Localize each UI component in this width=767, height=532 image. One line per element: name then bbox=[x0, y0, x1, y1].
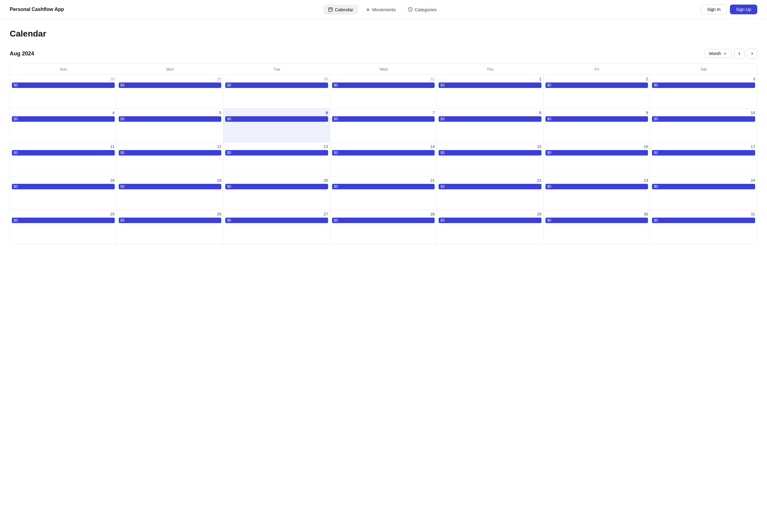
day-number: 25 bbox=[12, 212, 115, 216]
day-number: 21 bbox=[332, 178, 435, 183]
calendar-day[interactable]: 1$0 bbox=[437, 75, 544, 108]
calendar-day[interactable]: 15$0 bbox=[437, 142, 544, 176]
chevron-right-icon bbox=[750, 51, 754, 56]
calendar-day[interactable]: 13$0 bbox=[223, 142, 330, 176]
day-number: 8 bbox=[439, 110, 541, 115]
nav-movements-label: Movements bbox=[372, 7, 396, 12]
event-bar[interactable]: $0 bbox=[652, 82, 755, 88]
day-number: 11 bbox=[12, 144, 115, 149]
event-bar[interactable]: $0 bbox=[545, 150, 648, 156]
event-bar[interactable]: $0 bbox=[225, 184, 328, 189]
event-bar[interactable]: $0 bbox=[439, 116, 541, 122]
event-bar[interactable]: $0 bbox=[439, 218, 541, 223]
view-selector[interactable]: Month bbox=[705, 49, 732, 58]
event-bar[interactable]: $0 bbox=[225, 82, 328, 88]
calendar-day[interactable]: 28$0 bbox=[10, 75, 117, 108]
calendar-nav-right: Month bbox=[705, 48, 757, 59]
calendar-day[interactable]: 29$0 bbox=[117, 75, 224, 108]
calendar-day[interactable]: 26$0 bbox=[117, 210, 224, 243]
calendar-day[interactable]: 11$0 bbox=[10, 142, 117, 176]
calendar-day[interactable]: 6$0 bbox=[223, 109, 330, 142]
event-bar[interactable]: $0 bbox=[545, 116, 648, 122]
day-header-fri: Fri bbox=[544, 64, 650, 75]
event-bar[interactable]: $0 bbox=[545, 82, 648, 88]
signin-button[interactable]: Sign In bbox=[701, 4, 727, 15]
event-bar[interactable]: $0 bbox=[119, 150, 222, 156]
calendar-day[interactable]: 27$0 bbox=[223, 210, 330, 243]
calendar-day[interactable]: 9$0 bbox=[544, 109, 650, 142]
day-number: 27 bbox=[225, 212, 328, 216]
event-bar[interactable]: $0 bbox=[545, 218, 648, 223]
calendar-day[interactable]: 16$0 bbox=[544, 142, 650, 176]
event-bar[interactable]: $0 bbox=[545, 184, 648, 189]
event-bar[interactable]: $0 bbox=[652, 218, 755, 223]
calendar-day[interactable]: 21$0 bbox=[330, 176, 437, 210]
event-bar[interactable]: $0 bbox=[439, 150, 541, 156]
categories-icon bbox=[408, 7, 413, 12]
event-bar[interactable]: $0 bbox=[12, 116, 115, 122]
day-header-wed: Wed bbox=[330, 64, 437, 75]
calendar-day[interactable]: 29$0 bbox=[437, 210, 544, 243]
signup-button[interactable]: Sign Up bbox=[730, 5, 757, 14]
calendar-day[interactable]: 8$0 bbox=[437, 109, 544, 142]
calendar-day[interactable]: 30$0 bbox=[544, 210, 650, 243]
calendar-day[interactable]: 30$0 bbox=[223, 75, 330, 108]
event-bar[interactable]: $0 bbox=[332, 184, 435, 189]
calendar-day[interactable]: 18$0 bbox=[10, 176, 117, 210]
event-bar[interactable]: $0 bbox=[332, 82, 435, 88]
event-bar[interactable]: $0 bbox=[119, 218, 222, 223]
calendar-day[interactable]: 2$0 bbox=[544, 75, 650, 108]
nav-categories-label: Categories bbox=[415, 7, 437, 12]
calendar-day[interactable]: 5$0 bbox=[117, 109, 224, 142]
event-bar[interactable]: $0 bbox=[225, 150, 328, 156]
event-bar[interactable]: $0 bbox=[12, 218, 115, 223]
calendar-day[interactable]: 28$0 bbox=[330, 210, 437, 243]
calendar-day[interactable]: 20$0 bbox=[223, 176, 330, 210]
nav-movements[interactable]: Movements bbox=[361, 5, 401, 15]
event-bar[interactable]: $0 bbox=[652, 184, 755, 189]
nav-calendar-label: Calendar bbox=[335, 7, 353, 12]
day-header-tue: Tue bbox=[223, 64, 330, 75]
day-number: 31 bbox=[332, 77, 435, 81]
calendar-day[interactable]: 12$0 bbox=[117, 142, 224, 176]
calendar-day[interactable]: 10$0 bbox=[650, 109, 757, 142]
next-month-button[interactable] bbox=[747, 48, 757, 59]
calendar-day[interactable]: 19$0 bbox=[117, 176, 224, 210]
day-number: 9 bbox=[545, 110, 648, 115]
calendar-day[interactable]: 4$0 bbox=[10, 109, 117, 142]
header-actions: Sign In Sign Up bbox=[701, 4, 757, 15]
calendar-day[interactable]: 31$0 bbox=[330, 75, 437, 108]
calendar-day[interactable]: 31$0 bbox=[650, 210, 757, 243]
event-bar[interactable]: $0 bbox=[225, 116, 328, 122]
prev-month-button[interactable] bbox=[734, 48, 744, 59]
week-0: 28$029$030$031$01$02$03$0 bbox=[10, 75, 757, 109]
event-bar[interactable]: $0 bbox=[439, 184, 541, 189]
event-bar[interactable]: $0 bbox=[332, 218, 435, 223]
calendar-day[interactable]: 25$0 bbox=[10, 210, 117, 243]
nav-calendar[interactable]: Calendar bbox=[323, 5, 358, 15]
event-bar[interactable]: $0 bbox=[652, 116, 755, 122]
day-number: 12 bbox=[119, 144, 222, 149]
nav-categories[interactable]: Categories bbox=[403, 5, 442, 15]
calendar-day[interactable]: 22$0 bbox=[437, 176, 544, 210]
calendar-day[interactable]: 23$0 bbox=[544, 176, 650, 210]
event-bar[interactable]: $0 bbox=[12, 150, 115, 156]
event-bar[interactable]: $0 bbox=[332, 116, 435, 122]
calendar-day[interactable]: 7$0 bbox=[330, 109, 437, 142]
week-4: 25$026$027$028$029$030$031$0 bbox=[10, 210, 757, 243]
event-bar[interactable]: $0 bbox=[119, 116, 222, 122]
event-bar[interactable]: $0 bbox=[225, 218, 328, 223]
calendar-day[interactable]: 14$0 bbox=[330, 142, 437, 176]
event-bar[interactable]: $0 bbox=[439, 82, 541, 88]
event-bar[interactable]: $0 bbox=[332, 150, 435, 156]
event-bar[interactable]: $0 bbox=[12, 184, 115, 189]
event-bar[interactable]: $0 bbox=[119, 184, 222, 189]
event-bar[interactable]: $0 bbox=[652, 150, 755, 156]
day-number: 6 bbox=[225, 110, 328, 115]
calendar-day[interactable]: 3$0 bbox=[650, 75, 757, 108]
event-bar[interactable]: $0 bbox=[119, 82, 222, 88]
event-bar[interactable]: $0 bbox=[12, 82, 115, 88]
calendar-day[interactable]: 17$0 bbox=[650, 142, 757, 176]
calendar-header-row: Sun Mon Tue Wed Thu Fri Sat bbox=[10, 64, 757, 75]
calendar-day[interactable]: 24$0 bbox=[650, 176, 757, 210]
